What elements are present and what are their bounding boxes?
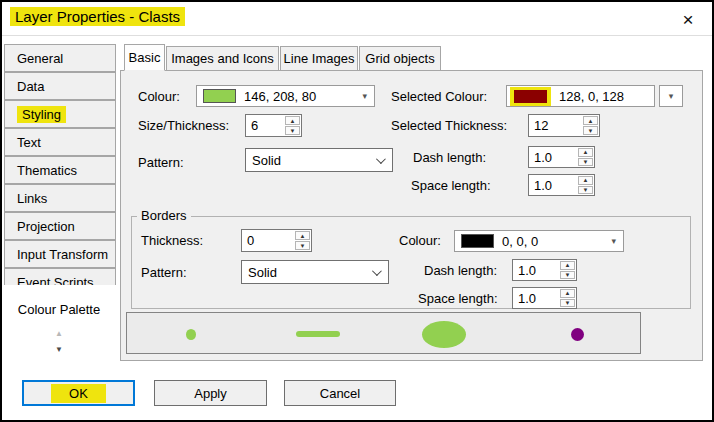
spin-down-icon: ▼ [578, 158, 593, 167]
pattern-label: Pattern: [138, 155, 184, 170]
colour-swatch [203, 89, 236, 103]
border-pattern-combo[interactable]: Solid [241, 260, 389, 284]
border-pattern-label: Pattern: [141, 265, 187, 280]
pattern-combo[interactable]: Solid [245, 148, 393, 172]
border-thickness-label: Thickness: [141, 233, 203, 248]
apply-button[interactable]: Apply [154, 380, 267, 406]
close-icon: × [682, 9, 693, 31]
tab-scroll-down-icon[interactable]: ▼ [2, 346, 116, 354]
border-space-length-value: 1.0 [513, 288, 559, 308]
style-preview [126, 312, 641, 354]
colour-label: Colour: [138, 89, 180, 104]
pattern-value: Solid [252, 153, 281, 168]
spin-up-icon: ▲ [295, 231, 310, 240]
selected-colour-swatch [514, 90, 547, 103]
tab-grid-objects[interactable]: Grid objects [359, 46, 441, 71]
preview-selected-point [571, 328, 584, 341]
chevron-down-icon [372, 266, 382, 276]
layer-properties-dialog: Layer Properties - Clasts × General Data… [0, 0, 714, 422]
dash-length-label: Dash length: [413, 150, 486, 165]
spin-up-icon: ▲ [560, 289, 575, 298]
cancel-button[interactable]: Cancel [284, 380, 396, 406]
border-dash-length-spinner[interactable]: 1.0 ▲▼ [512, 259, 577, 281]
ok-highlight: OK [51, 384, 106, 403]
page-title: Layer Properties - Clasts [10, 8, 185, 25]
border-space-length-spinner[interactable]: 1.0 ▲▼ [512, 287, 577, 309]
selected-colour-label: Selected Colour: [391, 89, 487, 104]
space-length-value: 1.0 [529, 175, 577, 195]
tab-images-and-icons[interactable]: Images and Icons [166, 46, 279, 71]
spin-down-icon: ▼ [560, 271, 575, 280]
border-colour-label: Colour: [399, 233, 441, 248]
dropdown-arrow-icon: ▾ [669, 91, 674, 101]
title-highlight: Layer Properties - Clasts [10, 7, 185, 26]
sidebar-tab-links[interactable]: Links [4, 184, 116, 212]
borders-group-label: Borders [137, 208, 191, 223]
spinner-buttons[interactable]: ▲▼ [294, 230, 311, 251]
size-thickness-label: Size/Thickness: [138, 118, 229, 133]
size-thickness-spinner[interactable]: 6 ▲▼ [245, 114, 302, 137]
spinner-buttons[interactable]: ▲▼ [577, 175, 594, 195]
sidebar-tab-input-transform[interactable]: Input Transform [4, 240, 116, 268]
spin-up-icon: ▲ [285, 116, 300, 125]
spinner-buttons[interactable]: ▲▼ [284, 115, 301, 136]
border-colour-value: 0, 0, 0 [502, 234, 538, 249]
close-button[interactable]: × [668, 5, 708, 34]
spin-down-icon: ▼ [578, 186, 593, 195]
border-dash-length-value: 1.0 [513, 260, 559, 280]
size-thickness-value: 6 [246, 115, 284, 136]
ok-button[interactable]: OK [22, 380, 135, 406]
chevron-down-icon [376, 154, 386, 164]
sidebar-tab-strip: General Data Styling Text Thematics Link… [2, 44, 118, 285]
preview-ellipse [422, 321, 466, 348]
spin-up-icon: ▲ [578, 148, 593, 157]
spin-down-icon: ▼ [583, 126, 598, 135]
spinner-buttons[interactable]: ▲▼ [582, 115, 599, 136]
border-pattern-value: Solid [248, 265, 277, 280]
selected-thickness-spinner[interactable]: 12 ▲▼ [528, 114, 600, 137]
border-space-length-label: Space length: [418, 291, 498, 306]
sidebar-tab-projection[interactable]: Projection [4, 212, 116, 240]
sidebar-tab-text[interactable]: Text [4, 128, 116, 156]
selected-thickness-value: 12 [529, 115, 582, 136]
tab-basic[interactable]: Basic [124, 44, 165, 71]
spinner-buttons[interactable]: ▲▼ [559, 260, 576, 280]
spin-down-icon: ▼ [285, 126, 300, 135]
sidebar-tab-styling[interactable]: Styling [4, 100, 116, 128]
sidebar-tab-event-scripts[interactable]: Event Scripts [4, 268, 116, 285]
sidebar-tab-thematics[interactable]: Thematics [4, 156, 116, 184]
selected-colour-value: 128, 0, 128 [559, 89, 624, 104]
spin-down-icon: ▼ [560, 299, 575, 308]
sidebar-tab-data[interactable]: Data [4, 72, 116, 100]
border-colour-swatch [461, 234, 494, 248]
spinner-buttons[interactable]: ▲▼ [577, 147, 594, 167]
border-thickness-spinner[interactable]: 0 ▲▼ [241, 229, 312, 252]
selected-thickness-label: Selected Thickness: [391, 118, 507, 133]
colour-palette-label: Colour Palette [2, 302, 116, 317]
tab-scroll-up-icon[interactable]: ▲ [2, 330, 116, 338]
dash-length-value: 1.0 [529, 147, 577, 167]
border-colour-dropdown[interactable]: 0, 0, 0 ▾ [454, 230, 624, 252]
space-length-spinner[interactable]: 1.0 ▲▼ [528, 174, 595, 196]
tab-line-images[interactable]: Line Images [280, 46, 358, 71]
borders-group: Borders Thickness: 0 ▲▼ Pattern: Solid C… [131, 216, 691, 309]
dash-length-spinner[interactable]: 1.0 ▲▼ [528, 146, 595, 168]
spinner-buttons[interactable]: ▲▼ [559, 288, 576, 308]
spin-up-icon: ▲ [560, 261, 575, 270]
preview-point [186, 329, 196, 340]
selected-colour-field[interactable]: 128, 0, 128 [506, 85, 655, 107]
space-length-label: Space length: [411, 178, 491, 193]
selected-colour-highlight [510, 87, 551, 106]
spin-up-icon: ▲ [583, 116, 598, 125]
basic-tab-panel: Colour: 146, 208, 80 ▾ Selected Colour: … [120, 70, 703, 361]
spin-down-icon: ▼ [295, 241, 310, 250]
sidebar-tab-general[interactable]: General [4, 44, 116, 72]
border-dash-length-label: Dash length: [424, 263, 497, 278]
styling-highlight: Styling [17, 106, 66, 123]
dropdown-arrow-icon: ▾ [362, 91, 367, 101]
dropdown-arrow-icon: ▾ [611, 236, 616, 246]
spin-up-icon: ▲ [578, 176, 593, 185]
border-thickness-value: 0 [242, 230, 294, 251]
selected-colour-dropdown-button[interactable]: ▾ [659, 85, 683, 107]
colour-dropdown[interactable]: 146, 208, 80 ▾ [196, 85, 375, 107]
